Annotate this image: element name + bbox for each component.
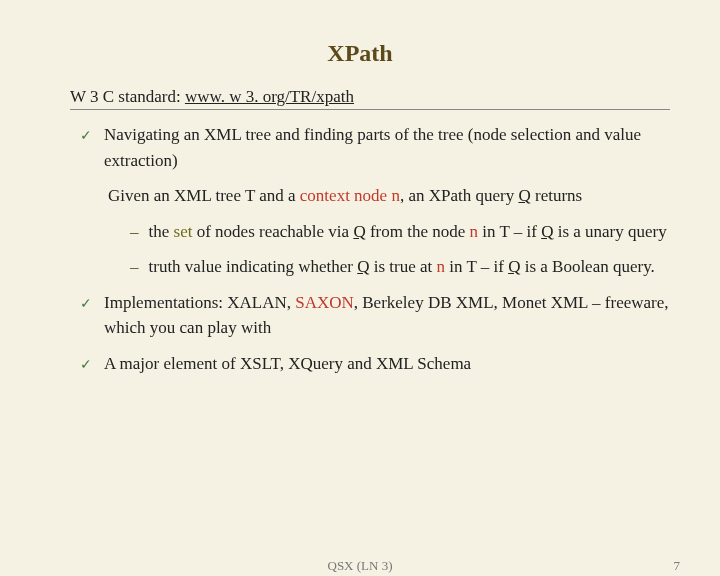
p1-a: Given an XML tree T and a bbox=[108, 186, 300, 205]
dash-icon: – bbox=[130, 219, 139, 245]
d1-e: from the node bbox=[366, 222, 470, 241]
d2-c: is true at bbox=[369, 257, 436, 276]
slide: XPath W 3 C standard: www. w 3. org/TR/x… bbox=[0, 0, 720, 576]
footer-center: QSX (LN 3) bbox=[328, 558, 393, 574]
subtitle-row: W 3 C standard: www. w 3. org/TR/xpath bbox=[70, 87, 670, 110]
p1-b: context node n bbox=[300, 186, 400, 205]
d1-i: is a unary query bbox=[553, 222, 666, 241]
d1-f: n bbox=[470, 222, 479, 241]
p1-c: , an XPath query bbox=[400, 186, 519, 205]
d1-g: in T – if bbox=[478, 222, 541, 241]
p1-e: returns bbox=[531, 186, 582, 205]
d1-h: Q bbox=[541, 222, 553, 241]
check-icon: ✓ bbox=[80, 122, 92, 173]
d1-c: of nodes reachable via bbox=[192, 222, 353, 241]
b2-a: Implementations: XALAN, bbox=[104, 293, 295, 312]
page-number: 7 bbox=[674, 558, 681, 574]
b2-b: SAXON bbox=[295, 293, 354, 312]
bullet-item-3: ✓ A major element of XSLT, XQuery and XM… bbox=[80, 351, 670, 377]
d2-g: is a Boolean query. bbox=[520, 257, 654, 276]
d2-d: n bbox=[437, 257, 446, 276]
dash-text-2: truth value indicating whether Q is true… bbox=[149, 254, 655, 280]
dash-icon: – bbox=[130, 254, 139, 280]
subtitle-prefix: W 3 C standard: bbox=[70, 87, 185, 106]
d2-a: truth value indicating whether bbox=[149, 257, 358, 276]
d1-a: the bbox=[149, 222, 174, 241]
bullet-text-3: A major element of XSLT, XQuery and XML … bbox=[104, 351, 471, 377]
dash-item-1: – the set of nodes reachable via Q from … bbox=[130, 219, 670, 245]
bullet-item-1: ✓ Navigating an XML tree and finding par… bbox=[80, 122, 670, 173]
paragraph-1: Given an XML tree T and a context node n… bbox=[108, 183, 670, 209]
dash-item-2: – truth value indicating whether Q is tr… bbox=[130, 254, 670, 280]
dash-text-1: the set of nodes reachable via Q from th… bbox=[149, 219, 667, 245]
bullet-text-2: Implementations: XALAN, SAXON, Berkeley … bbox=[104, 290, 670, 341]
d2-f: Q bbox=[508, 257, 520, 276]
bullet-text-1: Navigating an XML tree and finding parts… bbox=[104, 122, 670, 173]
slide-title: XPath bbox=[50, 40, 670, 67]
check-icon: ✓ bbox=[80, 290, 92, 341]
p1-d: Q bbox=[518, 186, 530, 205]
subtitle: W 3 C standard: www. w 3. org/TR/xpath bbox=[70, 87, 354, 106]
d2-e: in T – if bbox=[445, 257, 508, 276]
bullet-item-2: ✓ Implementations: XALAN, SAXON, Berkele… bbox=[80, 290, 670, 341]
d1-d: Q bbox=[353, 222, 365, 241]
subtitle-link[interactable]: www. w 3. org/TR/xpath bbox=[185, 87, 354, 106]
d2-b: Q bbox=[357, 257, 369, 276]
check-icon: ✓ bbox=[80, 351, 92, 377]
d1-b: set bbox=[174, 222, 193, 241]
